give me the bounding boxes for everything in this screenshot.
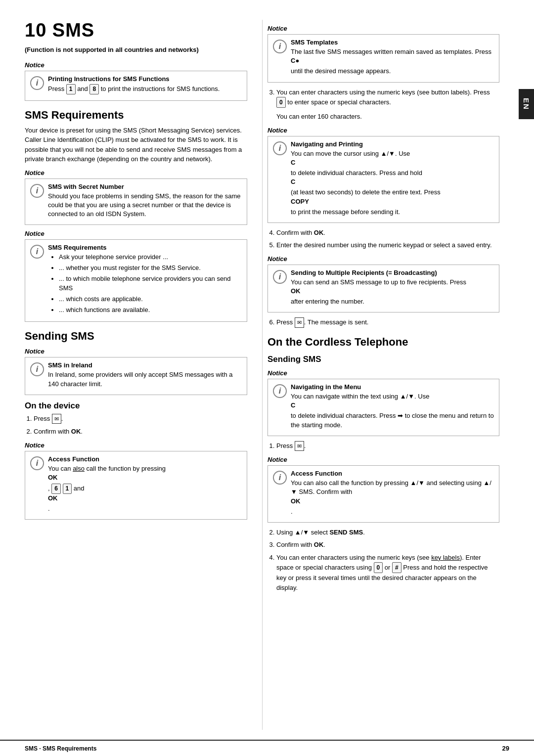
step-4: Confirm with OK. xyxy=(276,228,499,238)
step-3: You can enter characters using the numer… xyxy=(276,88,499,108)
footer-right: 29 xyxy=(502,745,509,752)
notice-text-1: Press 1 and 8 to print the instructions … xyxy=(48,84,242,94)
right-column: Notice i SMS Templates The last five SMS… xyxy=(262,20,499,730)
info-icon-r5: i xyxy=(273,471,287,485)
notice-title-4: SMS in Ireland xyxy=(48,361,242,369)
notice-content-r2: Navigating and Printing You can move the… xyxy=(291,140,494,219)
step-3b: You can enter 160 characters. xyxy=(276,112,499,122)
notice-inner-r4: i Navigating in the Menu You can navigat… xyxy=(267,379,499,436)
notice-title-5: Access Function xyxy=(48,455,242,463)
notice-content-r3: Sending to Multiple Recipients (= Broadc… xyxy=(291,269,494,309)
notice-title-3: SMS Requirements xyxy=(48,244,242,251)
info-icon-r4: i xyxy=(273,384,287,398)
sms-requirements-body: Your device is preset for using the SMS … xyxy=(25,126,247,164)
left-column: 10 SMS (Function is not supported in all… xyxy=(25,20,262,730)
cordless-s4: You can enter characters using the numer… xyxy=(276,553,499,593)
info-icon-r1: i xyxy=(273,40,287,53)
sms-req-list: Ask your telephone service provider ... … xyxy=(59,253,242,314)
notice-text-r5: You can also call the function by pressi… xyxy=(291,479,494,516)
cordless-s3: Confirm with OK. xyxy=(276,540,499,550)
notice-text-5: You can also call the function by pressi… xyxy=(48,464,242,514)
notice-inner-r3: i Sending to Multiple Recipients (= Broa… xyxy=(267,265,499,313)
cordless-s2: Using ▲/▼ select SEND SMS. xyxy=(276,528,499,537)
notice-nav-menu: Notice i Navigating in the Menu You can … xyxy=(267,369,499,436)
notice-text-r2: You can move the cursor using ▲/▼. Use C… xyxy=(291,149,494,217)
on-device-steps: Press ✉. Confirm with OK. xyxy=(34,414,247,437)
notice-text-2: Should you face problems in sending SMS,… xyxy=(48,192,242,219)
notice-inner-1: i Printing Instructions for SMS Function… xyxy=(25,71,247,101)
notice-ireland: Notice i SMS in Ireland In Ireland, some… xyxy=(25,348,247,395)
step-5: Enter the desired number using the numer… xyxy=(276,240,499,250)
sms-requirements-title: SMS Requirements xyxy=(25,109,247,122)
info-icon-3: i xyxy=(30,245,44,259)
cordless-step-1: Press ✉. xyxy=(276,441,499,451)
notice-label-r4: Notice xyxy=(267,369,499,377)
step-6: Press ✉. The message is sent. xyxy=(276,317,499,328)
notice-title-r5: Access Function xyxy=(291,470,494,477)
notice-inner-2: i SMS with Secret Number Should you face… xyxy=(25,178,247,225)
info-icon-5: i xyxy=(30,456,44,470)
notice-content-r4: Navigating in the Menu You can navigate … xyxy=(291,383,494,432)
notice-sms-templates: Notice i SMS Templates The last five SMS… xyxy=(267,25,499,83)
list-item: ... which costs are applicable. xyxy=(59,295,242,304)
notice-content-4: SMS in Ireland In Ireland, some provider… xyxy=(48,361,242,390)
notice-label-3: Notice xyxy=(25,230,247,237)
info-icon-2: i xyxy=(30,184,44,198)
notice-inner-5: i Access Function You can also call the … xyxy=(25,451,247,520)
notice-text-r1: The last five SMS messages written remai… xyxy=(291,47,494,76)
notice-inner-3: i SMS Requirements Ask your telephone se… xyxy=(25,239,247,322)
list-item: ... whether you must register for the SM… xyxy=(59,264,242,273)
notice-title-r2: Navigating and Printing xyxy=(291,140,494,148)
content-area: EN 10 SMS (Function is not supported in … xyxy=(0,0,534,730)
notice-secret: Notice i SMS with Secret Number Should y… xyxy=(25,169,247,225)
notice-text-r3: You can send an SMS message to up to fiv… xyxy=(291,278,494,307)
step-2: Confirm with OK. xyxy=(34,427,247,437)
notice-content-1: Printing Instructions for SMS Functions … xyxy=(48,75,242,96)
chapter-subtitle: (Function is not supported in all countr… xyxy=(25,46,247,53)
info-icon-1: i xyxy=(30,76,44,90)
notice-access-right: Notice i Access Function You can also ca… xyxy=(267,456,499,523)
chapter-title: 10 SMS xyxy=(25,20,247,41)
notice-title-r3: Sending to Multiple Recipients (= Broadc… xyxy=(291,269,494,276)
list-item: Ask your telephone service provider ... xyxy=(59,253,242,262)
en-tab: EN xyxy=(519,89,534,119)
notice-content-3: SMS Requirements Ask your telephone serv… xyxy=(48,244,242,317)
on-cordless-title: On the Cordless Telephone xyxy=(267,336,499,349)
notice-multi-recipients: Notice i Sending to Multiple Recipients … xyxy=(267,255,499,313)
right-steps-top: You can enter characters using the numer… xyxy=(276,88,499,108)
notice-label-1: Notice xyxy=(25,61,247,69)
notice-label-r5: Notice xyxy=(267,456,499,463)
notice-title-r4: Navigating in the Menu xyxy=(291,383,494,391)
sending-sms-title: Sending SMS xyxy=(25,330,247,343)
notice-label-4: Notice xyxy=(25,348,247,355)
notice-printing: Notice i Printing Instructions for SMS F… xyxy=(25,61,247,101)
notice-title-2: SMS with Secret Number xyxy=(48,183,242,190)
notice-label-2: Notice xyxy=(25,169,247,177)
on-device-title: On the device xyxy=(25,401,247,411)
sending-sms-cordless-title: Sending SMS xyxy=(267,355,499,364)
notice-content-5: Access Function You can also call the fu… xyxy=(48,455,242,516)
notice-label-r1: Notice xyxy=(267,25,499,32)
info-icon-r2: i xyxy=(273,141,287,155)
notice-label-r3: Notice xyxy=(267,255,499,263)
notice-inner-4: i SMS in Ireland In Ireland, some provid… xyxy=(25,357,247,395)
notice-content-r5: Access Function You can also call the fu… xyxy=(291,470,494,518)
notice-content-2: SMS with Secret Number Should you face p… xyxy=(48,183,242,221)
notice-title-r1: SMS Templates xyxy=(291,39,494,46)
list-item: ... to which mobile telephone service pr… xyxy=(59,274,242,293)
info-icon-r3: i xyxy=(273,270,287,284)
envelope-icon-3: ✉ xyxy=(295,441,304,451)
envelope-icon-1: ✉ xyxy=(52,414,61,424)
step-1: Press ✉. xyxy=(34,414,247,424)
cordless-steps-2-4: Using ▲/▼ select SEND SMS. Confirm with … xyxy=(276,528,499,593)
right-step-6: Press ✉. The message is sent. xyxy=(276,317,499,328)
envelope-icon-2: ✉ xyxy=(295,317,304,328)
footer-left: SMS · SMS Requirements xyxy=(25,745,96,752)
notice-text-r4: You can navigate within the text using ▲… xyxy=(291,392,494,430)
notice-access-left: Notice i Access Function You can also ca… xyxy=(25,442,247,520)
info-icon-4: i xyxy=(30,362,44,376)
footer: SMS · SMS Requirements 29 xyxy=(0,740,534,756)
page: EN 10 SMS (Function is not supported in … xyxy=(0,0,534,756)
right-steps-4-5: Confirm with OK. Enter the desired numbe… xyxy=(276,228,499,250)
list-item: ... which functions are available. xyxy=(59,306,242,315)
